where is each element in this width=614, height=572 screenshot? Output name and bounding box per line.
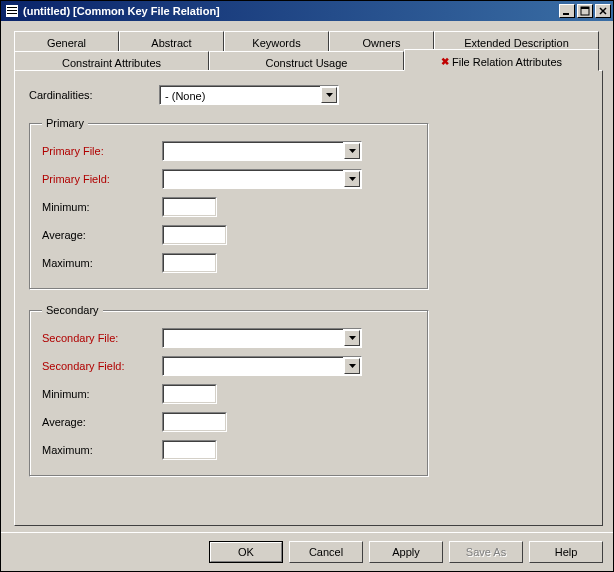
primary-file-value <box>163 142 343 160</box>
tab-label: Keywords <box>252 37 300 49</box>
secondary-min-field[interactable] <box>162 384 217 404</box>
row-secondary-minimum: Minimum: <box>42 382 416 406</box>
group-secondary: Secondary Secondary File: Secondary Fiel… <box>29 304 429 477</box>
secondary-file-combo[interactable] <box>162 328 362 348</box>
primary-min-field[interactable] <box>162 197 217 217</box>
row-primary-average: Average: <box>42 223 416 247</box>
svg-rect-6 <box>581 7 589 9</box>
close-button[interactable] <box>595 4 611 18</box>
secondary-field-combo[interactable] <box>162 356 362 376</box>
tab-constraint-attributes[interactable]: Constraint Attributes <box>14 51 209 71</box>
row-primary-maximum: Maximum: <box>42 251 416 275</box>
tab-abstract[interactable]: Abstract <box>119 31 224 51</box>
row-secondary-maximum: Maximum: <box>42 438 416 462</box>
dropdown-button[interactable] <box>344 330 360 346</box>
dialog-buttons: OK Cancel Apply Save As Help <box>1 532 613 571</box>
primary-max-label: Maximum: <box>42 257 162 269</box>
ok-button[interactable]: OK <box>209 541 283 563</box>
primary-file-label: Primary File: <box>42 145 162 157</box>
tab-label: Abstract <box>151 37 191 49</box>
svg-rect-3 <box>7 13 17 14</box>
tab-label: Extended Description <box>464 37 569 49</box>
tab-row-1: General Abstract Keywords Owners Extende… <box>14 31 603 51</box>
secondary-max-label: Maximum: <box>42 444 162 456</box>
cancel-button[interactable]: Cancel <box>289 541 363 563</box>
tab-label: Owners <box>363 37 401 49</box>
dropdown-button[interactable] <box>321 87 337 103</box>
primary-avg-field[interactable] <box>162 225 227 245</box>
svg-rect-2 <box>7 10 17 11</box>
system-menu-icon[interactable] <box>5 4 19 18</box>
row-cardinalities: Cardinalities: - (None) <box>29 83 588 107</box>
dropdown-button[interactable] <box>344 358 360 374</box>
primary-field-value <box>163 170 343 188</box>
primary-max-field[interactable] <box>162 253 217 273</box>
tab-label: File Relation Attributes <box>452 56 562 68</box>
group-primary: Primary Primary File: Primary Field: <box>29 117 429 290</box>
secondary-file-value <box>163 329 343 347</box>
maximize-button[interactable] <box>577 4 593 18</box>
primary-field-combo[interactable] <box>162 169 362 189</box>
secondary-field-label: Secondary Field: <box>42 360 162 372</box>
tab-file-relation-attributes[interactable]: ✖ File Relation Attributes <box>404 49 599 71</box>
group-primary-legend: Primary <box>42 117 88 129</box>
svg-rect-4 <box>563 13 569 15</box>
secondary-min-label: Minimum: <box>42 388 162 400</box>
window-buttons <box>559 4 611 18</box>
primary-field-label: Primary Field: <box>42 173 162 185</box>
error-icon: ✖ <box>441 57 449 67</box>
tab-label: General <box>47 37 86 49</box>
apply-button[interactable]: Apply <box>369 541 443 563</box>
client-area: General Abstract Keywords Owners Extende… <box>1 21 613 532</box>
tab-extended-description[interactable]: Extended Description <box>434 31 599 51</box>
tab-construct-usage[interactable]: Construct Usage <box>209 51 404 71</box>
dropdown-button[interactable] <box>344 171 360 187</box>
svg-marker-12 <box>349 336 356 340</box>
tab-general[interactable]: General <box>14 31 119 51</box>
svg-marker-13 <box>349 364 356 368</box>
row-secondary-average: Average: <box>42 410 416 434</box>
tab-panel: Cardinalities: - (None) Primary Primary … <box>14 70 603 526</box>
primary-file-combo[interactable] <box>162 141 362 161</box>
window-title: (untitled) [Common Key File Relation] <box>23 5 559 17</box>
cardinalities-label: Cardinalities: <box>29 89 159 101</box>
tab-owners[interactable]: Owners <box>329 31 434 51</box>
row-primary-minimum: Minimum: <box>42 195 416 219</box>
row-secondary-field: Secondary Field: <box>42 354 416 378</box>
tab-label: Constraint Attributes <box>62 57 161 69</box>
secondary-avg-label: Average: <box>42 416 162 428</box>
save-as-button: Save As <box>449 541 523 563</box>
cardinalities-value: - (None) <box>160 86 320 104</box>
cardinalities-combo[interactable]: - (None) <box>159 85 339 105</box>
secondary-file-label: Secondary File: <box>42 332 162 344</box>
tab-keywords[interactable]: Keywords <box>224 31 329 51</box>
primary-avg-label: Average: <box>42 229 162 241</box>
minimize-button[interactable] <box>559 4 575 18</box>
window: (untitled) [Common Key File Relation] Ge… <box>0 0 614 572</box>
group-secondary-legend: Secondary <box>42 304 103 316</box>
titlebar: (untitled) [Common Key File Relation] <box>1 1 613 21</box>
svg-marker-11 <box>349 177 356 181</box>
help-button[interactable]: Help <box>529 541 603 563</box>
svg-marker-10 <box>349 149 356 153</box>
secondary-max-field[interactable] <box>162 440 217 460</box>
tab-row-2: Constraint Attributes Construct Usage ✖ … <box>14 51 603 71</box>
primary-min-label: Minimum: <box>42 201 162 213</box>
row-secondary-file: Secondary File: <box>42 326 416 350</box>
row-primary-file: Primary File: <box>42 139 416 163</box>
dropdown-button[interactable] <box>344 143 360 159</box>
secondary-field-value <box>163 357 343 375</box>
row-primary-field: Primary Field: <box>42 167 416 191</box>
tab-label: Construct Usage <box>266 57 348 69</box>
svg-rect-1 <box>7 7 17 8</box>
secondary-avg-field[interactable] <box>162 412 227 432</box>
svg-marker-9 <box>326 93 333 97</box>
